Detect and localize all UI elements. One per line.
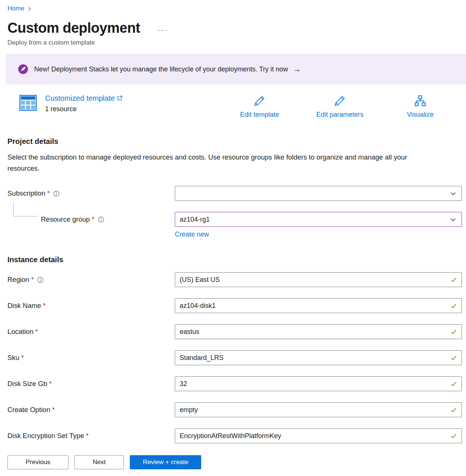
disk-size-row: Disk Size Gb * bbox=[7, 376, 462, 391]
location-label: Location bbox=[7, 328, 33, 336]
external-link-icon bbox=[117, 94, 123, 103]
required-asterisk: * bbox=[31, 276, 34, 284]
chevron-down-icon bbox=[450, 216, 456, 223]
customized-template-link[interactable]: Customized template bbox=[45, 94, 123, 103]
pencil-icon bbox=[333, 94, 347, 109]
page-subtitle: Deploy from a custom template bbox=[7, 39, 462, 46]
region-row: Region * bbox=[7, 272, 462, 287]
disk-name-label: Disk Name bbox=[7, 302, 41, 310]
more-options-button[interactable]: ··· bbox=[157, 25, 169, 35]
create-option-row: Create Option * bbox=[7, 402, 462, 417]
disk-encryption-label: Disk Encryption Set Type bbox=[7, 432, 84, 440]
resource-group-control: az104-rg1 Create new bbox=[175, 212, 462, 238]
region-label-cell: Region * bbox=[7, 276, 175, 284]
title-row: Custom deployment ··· bbox=[7, 20, 462, 36]
template-actions: Edit template Edit parameters Visualize bbox=[234, 94, 446, 119]
disk-name-control bbox=[175, 298, 462, 313]
required-asterisk: * bbox=[49, 380, 52, 388]
chevron-right-icon bbox=[27, 7, 32, 11]
info-icon[interactable] bbox=[37, 277, 44, 283]
arrow-right-icon[interactable]: → bbox=[293, 65, 301, 74]
breadcrumb-home-link[interactable]: Home bbox=[7, 5, 24, 12]
region-label: Region bbox=[7, 276, 29, 284]
connector-line bbox=[13, 202, 37, 216]
subscription-label-cell: Subscription * bbox=[7, 189, 175, 197]
region-control bbox=[175, 272, 462, 287]
required-asterisk: * bbox=[52, 406, 55, 414]
required-asterisk: * bbox=[21, 354, 24, 362]
resource-group-value: az104-rg1 bbox=[180, 216, 210, 223]
sku-label-cell: Sku * bbox=[7, 354, 175, 362]
disk-name-row: Disk Name * bbox=[7, 298, 462, 313]
required-asterisk: * bbox=[47, 190, 50, 197]
review-create-button[interactable]: Review + create bbox=[130, 455, 201, 469]
disk-size-label: Disk Size Gb bbox=[7, 380, 47, 388]
subscription-row: Subscription * bbox=[7, 186, 462, 201]
create-option-label-cell: Create Option * bbox=[7, 406, 175, 414]
project-details-heading: Project details bbox=[7, 137, 462, 146]
disk-encryption-input[interactable] bbox=[175, 428, 462, 443]
template-icon bbox=[19, 95, 37, 111]
visualize-button[interactable]: Visualize bbox=[394, 94, 446, 119]
instance-details-section: Instance details Region * Disk Name * bbox=[7, 255, 462, 443]
resource-group-row: Resource group * az104-rg1 Create new bbox=[7, 212, 462, 238]
create-option-label: Create Option bbox=[7, 406, 50, 414]
create-option-input[interactable] bbox=[175, 402, 462, 417]
create-new-link[interactable]: Create new bbox=[175, 231, 209, 238]
rocket-icon bbox=[18, 64, 28, 74]
required-asterisk: * bbox=[86, 432, 89, 440]
sku-input[interactable] bbox=[175, 350, 462, 365]
template-summary: Customized template 1 resource Edit temp… bbox=[19, 94, 462, 119]
info-icon[interactable] bbox=[98, 216, 104, 223]
footer-action-bar: Previous Next Review + create bbox=[0, 448, 466, 476]
instance-details-heading: Instance details bbox=[7, 255, 462, 264]
deployment-stacks-banner: New! Deployment Stacks let you manage th… bbox=[6, 54, 466, 84]
previous-button[interactable]: Previous bbox=[7, 455, 68, 469]
chevron-down-icon bbox=[450, 190, 456, 197]
custom-deployment-page: Home Custom deployment ··· Deploy from a… bbox=[0, 0, 466, 443]
disk-encryption-set-type-row: Disk Encryption Set Type * bbox=[7, 428, 462, 443]
subscription-label: Subscription bbox=[7, 189, 45, 197]
required-asterisk: * bbox=[43, 302, 45, 310]
disk-size-control bbox=[175, 376, 462, 391]
pencil-icon bbox=[253, 94, 266, 109]
location-input[interactable] bbox=[175, 324, 462, 339]
template-link-label: Customized template bbox=[45, 94, 115, 103]
location-row: Location * bbox=[7, 324, 462, 339]
region-input[interactable] bbox=[175, 272, 462, 287]
location-label-cell: Location * bbox=[7, 328, 175, 336]
disk-name-input[interactable] bbox=[175, 298, 462, 313]
edit-template-label: Edit template bbox=[240, 111, 279, 119]
edit-parameters-button[interactable]: Edit parameters bbox=[314, 94, 366, 119]
info-icon[interactable] bbox=[53, 190, 60, 197]
disk-size-input[interactable] bbox=[175, 376, 462, 391]
visualize-label: Visualize bbox=[407, 111, 434, 119]
required-asterisk: * bbox=[35, 328, 38, 336]
disk-encryption-control bbox=[175, 428, 462, 443]
page-title: Custom deployment bbox=[7, 20, 140, 36]
disk-name-label-cell: Disk Name * bbox=[7, 302, 175, 310]
create-option-control bbox=[175, 402, 462, 417]
subscription-control bbox=[175, 186, 462, 201]
visualize-icon bbox=[414, 94, 427, 109]
sku-label: Sku bbox=[7, 354, 19, 362]
resource-count: 1 resource bbox=[45, 105, 123, 113]
edit-parameters-label: Edit parameters bbox=[316, 111, 363, 119]
project-details-description: Select the subscription to manage deploy… bbox=[7, 152, 435, 174]
template-info: Customized template 1 resource bbox=[45, 94, 123, 113]
resource-group-select[interactable]: az104-rg1 bbox=[175, 212, 462, 227]
resource-group-label: Resource group bbox=[41, 215, 90, 223]
next-button[interactable]: Next bbox=[74, 455, 124, 469]
breadcrumb: Home bbox=[7, 4, 462, 13]
project-details-section: Project details Select the subscription … bbox=[7, 137, 462, 238]
required-asterisk: * bbox=[92, 216, 94, 223]
disk-size-label-cell: Disk Size Gb * bbox=[7, 380, 175, 388]
disk-encryption-label-cell: Disk Encryption Set Type * bbox=[7, 432, 175, 440]
sku-row: Sku * bbox=[7, 350, 462, 365]
subscription-select[interactable] bbox=[175, 186, 462, 201]
edit-template-button[interactable]: Edit template bbox=[234, 94, 286, 119]
banner-message: New! Deployment Stacks let you manage th… bbox=[34, 65, 288, 73]
location-control bbox=[175, 324, 462, 339]
sku-control bbox=[175, 350, 462, 365]
